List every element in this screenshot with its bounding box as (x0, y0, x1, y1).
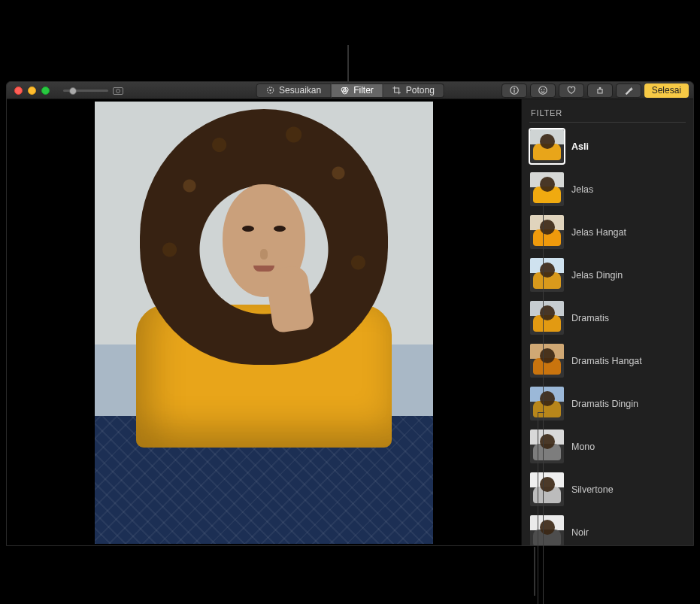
filter-item-label: Mono (571, 442, 595, 452)
info-button[interactable] (502, 83, 527, 98)
svg-rect-7 (514, 90, 514, 93)
titlebar: Sesuaikan Filter Potong (7, 82, 693, 99)
filter-item-label: Noir (571, 527, 589, 538)
crop-tab[interactable]: Potong (383, 83, 444, 98)
callout-bracket-subset (538, 412, 544, 604)
svg-point-10 (544, 89, 545, 90)
auto-enhance-button[interactable] (616, 83, 641, 98)
filter-item-label: Jelas Hangat (571, 227, 626, 238)
rotate-button[interactable] (587, 83, 613, 98)
toolbar-right-group: Selesai (502, 82, 689, 99)
filter-item-label: Asli (571, 141, 589, 152)
photo-preview (95, 102, 433, 544)
favorite-button[interactable] (559, 83, 584, 98)
filter-item-label: Jelas (571, 184, 593, 195)
fullscreen-window-button[interactable] (41, 87, 50, 95)
svg-point-9 (541, 89, 542, 90)
filter-list: AsliJelasJelas HangatJelas DinginDramati… (529, 129, 686, 545)
crop-tab-label: Potong (406, 85, 435, 96)
close-window-button[interactable] (14, 87, 23, 95)
callout-bracket-filters (543, 203, 549, 604)
svg-point-1 (269, 90, 271, 91)
photo-canvas[interactable] (7, 99, 521, 545)
zoom-fit-icon (113, 87, 123, 95)
photos-edit-window: Sesuaikan Filter Potong (6, 81, 694, 546)
filter-item-label: Dramatis Dingin (571, 399, 638, 409)
filter-item-label: Jelas Dingin (571, 270, 623, 281)
callout-line-top (347, 45, 349, 83)
edit-mode-segmented-control: Sesuaikan Filter Potong (256, 82, 444, 99)
svg-rect-11 (598, 90, 602, 93)
filter-icon (340, 86, 349, 95)
svg-point-6 (514, 88, 515, 90)
filter-item-silvertone[interactable]: Silvertone (529, 472, 686, 507)
window-controls (7, 87, 50, 95)
filter-item-jelas-dingin[interactable]: Jelas Dingin (529, 257, 686, 293)
filter-item-dramatis-dingin[interactable]: Dramatis Dingin (529, 386, 686, 421)
zoom-slider[interactable] (63, 82, 123, 99)
callout-line-bottom (534, 547, 535, 596)
filter-sidebar-title: FILTER (529, 105, 686, 123)
crop-icon (392, 86, 402, 95)
filter-item-label: Silvertone (571, 484, 614, 495)
adjust-icon (265, 86, 274, 95)
filter-item-asli[interactable]: Asli (529, 129, 686, 164)
editor-content: FILTER AsliJelasJelas HangatJelas Dingin… (7, 99, 693, 545)
filter-item-dramatis[interactable]: Dramatis (529, 300, 686, 335)
filter-item-label: Dramatis Hangat (571, 356, 642, 366)
filter-item-label: Dramatis (571, 313, 609, 323)
filter-item-jelas[interactable]: Jelas (529, 171, 686, 207)
filter-tab-label: Filter (353, 85, 374, 96)
filter-thumbnail (530, 172, 564, 206)
adjust-tab[interactable]: Sesuaikan (256, 83, 331, 98)
filter-tab[interactable]: Filter (331, 83, 383, 98)
face-detect-button[interactable] (530, 83, 556, 98)
filter-item-noir[interactable]: Noir (529, 514, 686, 545)
svg-point-8 (538, 87, 547, 95)
filter-thumbnail (530, 129, 564, 163)
filter-item-jelas-hangat[interactable]: Jelas Hangat (529, 214, 686, 250)
adjust-tab-label: Sesuaikan (279, 85, 321, 96)
filter-item-dramatis-hangat[interactable]: Dramatis Hangat (529, 343, 686, 378)
minimize-window-button[interactable] (28, 87, 36, 95)
done-button[interactable]: Selesai (644, 83, 689, 98)
filter-item-mono[interactable]: Mono (529, 429, 686, 464)
done-button-label: Selesai (652, 85, 681, 96)
